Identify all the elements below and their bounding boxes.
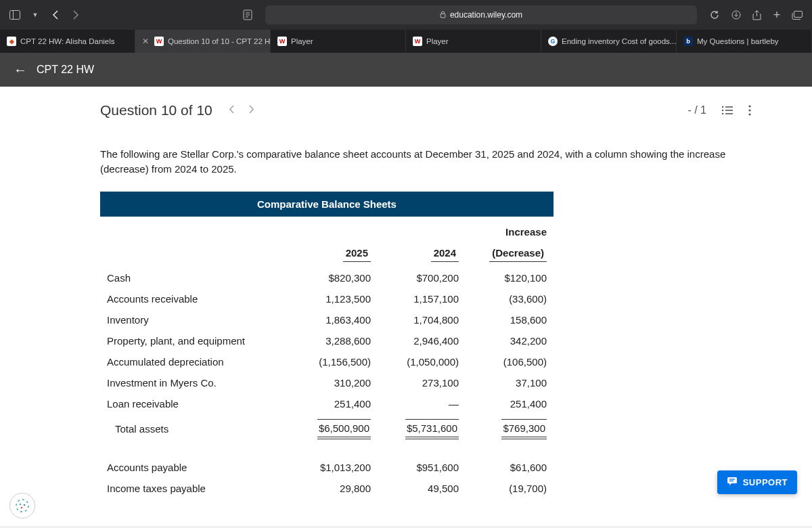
table-row: Investment in Myers Co.310,200273,10037,… xyxy=(100,372,554,393)
question-bar: Question 10 of 10 - / 1 xyxy=(0,87,812,135)
svg-point-21 xyxy=(16,500,28,512)
tab-item[interactable]: b My Questions | bartleby xyxy=(677,30,812,53)
chevron-down-icon[interactable]: ▼ xyxy=(26,5,45,24)
cell-2024: 49,500 xyxy=(378,478,466,499)
row-label: Loan receivable xyxy=(100,393,290,414)
tab-label: Ending inventory Cost of goods... xyxy=(562,37,676,45)
address-host: education.wiley.com xyxy=(450,10,522,20)
cell-change: 158,600 xyxy=(466,309,554,330)
tab-item[interactable]: G Ending inventory Cost of goods... xyxy=(541,30,677,53)
nav-forward-button[interactable] xyxy=(66,5,85,24)
chat-icon xyxy=(727,477,738,488)
lock-icon xyxy=(440,11,446,20)
favicon-wiley-icon: W xyxy=(154,37,164,46)
cell-2024: $951,600 xyxy=(378,444,466,478)
cell-2025: 1,863,400 xyxy=(290,309,378,330)
table-row: Property, plant, and equipment3,288,6002… xyxy=(100,330,554,351)
prev-question-button[interactable] xyxy=(225,102,239,119)
row-label: Property, plant, and equipment xyxy=(100,330,290,351)
tab-strip: ◆ CPT 22 HW: Alisha Daniels ✕ W Question… xyxy=(0,30,812,53)
svg-point-23 xyxy=(24,504,26,506)
col-change-bottom: (Decrease) xyxy=(466,238,554,267)
tabs-overview-button[interactable] xyxy=(788,5,807,24)
cell-2024: — xyxy=(378,393,466,414)
svg-point-17 xyxy=(748,113,750,115)
intro-text: The following are Stellar Corp.'s compar… xyxy=(100,147,750,177)
cell-2024: 1,157,100 xyxy=(378,288,466,309)
svg-rect-0 xyxy=(10,11,20,20)
balance-sheet-table: Comparative Balance Sheets Increase 2025… xyxy=(100,192,554,499)
page-title: CPT 22 HW xyxy=(37,64,94,76)
row-label: Investment in Myers Co. xyxy=(100,372,290,393)
browser-toolbar: ▼ education.wiley.com + xyxy=(0,0,812,30)
cell-2025: (1,156,500) xyxy=(290,351,378,372)
svg-point-9 xyxy=(722,106,723,108)
row-label: Cash xyxy=(100,267,290,288)
col-change-top: Increase xyxy=(466,217,554,238)
cell-2025: $1,013,200 xyxy=(290,444,378,478)
svg-point-24 xyxy=(21,507,23,509)
tab-label: My Questions | bartleby xyxy=(697,37,779,45)
cell-2024: 1,704,800 xyxy=(378,309,466,330)
tab-label: Player xyxy=(291,37,313,45)
cell-change: 37,100 xyxy=(466,372,554,393)
cell-change: 342,200 xyxy=(466,330,554,351)
table-row: Cash$820,300$700,200$120,100 xyxy=(100,267,554,288)
svg-rect-18 xyxy=(727,477,737,483)
table-row: Income taxes payable29,80049,500(19,700) xyxy=(100,478,554,499)
content-area: The following are Stellar Corp.'s compar… xyxy=(0,135,812,528)
cell-2024: (1,050,000) xyxy=(378,351,466,372)
table-row: Inventory1,863,4001,704,800158,600 xyxy=(100,309,554,330)
table-row: Accounts receivable1,123,5001,157,100(33… xyxy=(100,288,554,309)
svg-point-11 xyxy=(722,110,723,111)
page-indicator: - / 1 xyxy=(687,104,706,116)
svg-point-13 xyxy=(722,113,723,114)
address-bar[interactable]: education.wiley.com xyxy=(265,5,697,24)
more-menu-button[interactable] xyxy=(748,105,751,116)
tab-label: Question 10 of 10 - CPT 22 HW xyxy=(168,37,271,45)
cell-2025: 251,400 xyxy=(290,393,378,414)
row-label: Accounts receivable xyxy=(100,288,290,309)
share-button[interactable] xyxy=(747,5,766,24)
row-label: Income taxes payable xyxy=(100,478,290,499)
downloads-button[interactable] xyxy=(727,5,746,24)
table-row: Loan receivable251,400—251,400 xyxy=(100,393,554,414)
tab-item[interactable]: ✕ W Question 10 of 10 - CPT 22 HW xyxy=(135,30,271,53)
close-icon[interactable]: ✕ xyxy=(142,37,149,46)
cell-change: (19,700) xyxy=(466,478,554,499)
tab-label: Player xyxy=(426,37,449,45)
table-title: Comparative Balance Sheets xyxy=(100,192,554,217)
cell-change: (106,500) xyxy=(466,351,554,372)
cell-2024: 273,100 xyxy=(378,372,466,393)
cell-2025: 1,123,500 xyxy=(290,288,378,309)
tab-item[interactable]: W Player xyxy=(406,30,541,53)
table-row: Accounts payable$1,013,200$951,600$61,60… xyxy=(100,444,554,478)
cell-2025: 3,288,600 xyxy=(290,330,378,351)
nav-back-button[interactable] xyxy=(46,5,65,24)
svg-point-22 xyxy=(20,504,22,506)
reload-button[interactable] xyxy=(705,5,724,24)
list-icon[interactable] xyxy=(721,106,734,115)
cookie-settings-button[interactable] xyxy=(9,493,35,519)
support-button[interactable]: SUPPORT xyxy=(717,470,797,494)
page-header: ← CPT 22 HW xyxy=(0,53,812,87)
col-2024: 2024 xyxy=(378,238,466,267)
back-arrow-button[interactable]: ← xyxy=(14,62,27,78)
cell-change: 251,400 xyxy=(466,393,554,414)
question-title: Question 10 of 10 xyxy=(100,102,212,118)
table-row: Accumulated depreciation(1,156,500)(1,05… xyxy=(100,351,554,372)
tab-item[interactable]: ◆ CPT 22 HW: Alisha Daniels xyxy=(0,30,135,53)
next-question-button[interactable] xyxy=(244,102,258,119)
sidebar-toggle-icon[interactable] xyxy=(5,5,24,24)
cell-2024: 2,946,400 xyxy=(378,330,466,351)
favicon-wiley-icon: W xyxy=(413,37,422,46)
support-label: SUPPORT xyxy=(743,477,788,487)
tab-item[interactable]: W Player xyxy=(271,30,406,53)
favicon-google-icon: G xyxy=(548,37,558,46)
svg-rect-8 xyxy=(794,11,803,17)
col-2025: 2025 xyxy=(290,238,378,267)
reader-mode-button[interactable] xyxy=(238,5,257,24)
new-tab-button[interactable]: + xyxy=(767,5,786,24)
cell-2024: $700,200 xyxy=(378,267,466,288)
row-label: Accumulated depreciation xyxy=(100,351,290,372)
